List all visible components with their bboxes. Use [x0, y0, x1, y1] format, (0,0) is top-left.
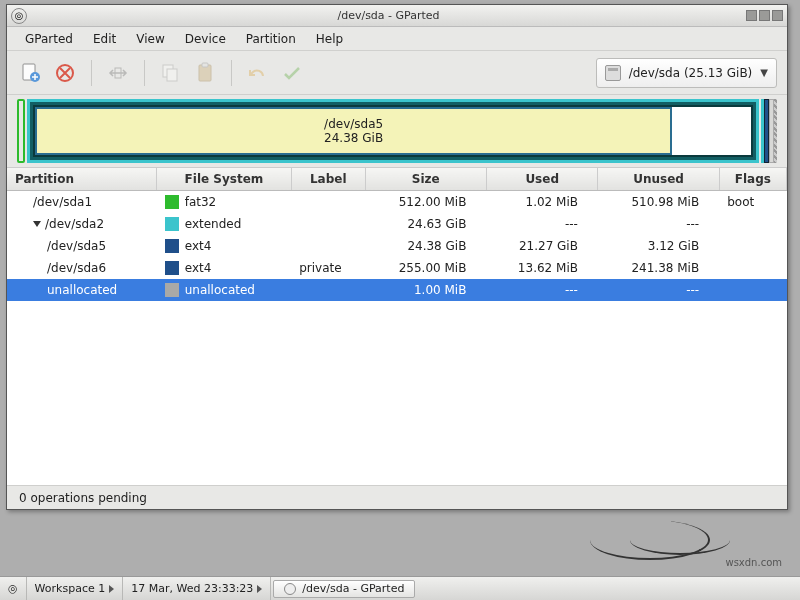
cell-filesystem: ext4: [157, 235, 292, 257]
col-label[interactable]: Label: [291, 168, 365, 191]
workspace-switcher[interactable]: Workspace 1: [27, 577, 124, 600]
new-partition-button[interactable]: [17, 59, 45, 87]
undo-icon: [247, 62, 269, 84]
resize-move-button[interactable]: [104, 59, 132, 87]
menu-edit[interactable]: Edit: [83, 29, 126, 49]
close-button[interactable]: [772, 10, 783, 21]
app-icon: [284, 583, 296, 595]
cell-filesystem: unallocated: [157, 279, 292, 301]
document-new-icon: [20, 62, 42, 84]
separator: [91, 60, 92, 86]
partition-graph-sda5[interactable]: /dev/sda5 24.38 GiB: [35, 107, 672, 155]
cell-label: [291, 213, 365, 235]
resize-icon: [107, 62, 129, 84]
partition-table: Partition File System Label Size Used Un…: [7, 167, 787, 485]
copy-button[interactable]: [157, 59, 185, 87]
table-row[interactable]: /dev/sda5ext424.38 GiB21.27 GiB3.12 GiB: [7, 235, 787, 257]
cell-used: ---: [486, 213, 598, 235]
menu-gparted[interactable]: GParted: [15, 29, 83, 49]
clock[interactable]: 17 Mar, Wed 23:33:23: [123, 577, 271, 600]
col-partition[interactable]: Partition: [7, 168, 157, 191]
partition-graph-free[interactable]: [672, 107, 751, 155]
separator: [144, 60, 145, 86]
partition-graph-sda1[interactable]: [17, 99, 25, 163]
menu-help[interactable]: Help: [306, 29, 353, 49]
titlebar[interactable]: ◎ /dev/sda - GParted: [7, 5, 787, 27]
cell-used: ---: [486, 279, 598, 301]
copy-icon: [160, 62, 182, 84]
cell-filesystem: fat32: [157, 191, 292, 213]
wallpaper-swirl: [630, 525, 730, 555]
cell-size: 512.00 MiB: [365, 191, 486, 213]
start-menu-button[interactable]: ◎: [0, 577, 27, 600]
statusbar-text: 0 operations pending: [19, 491, 147, 505]
fs-name: ext4: [185, 239, 212, 253]
cell-partition: /dev/sda2: [7, 213, 157, 235]
col-size[interactable]: Size: [365, 168, 486, 191]
table-row[interactable]: unallocatedunallocated1.00 MiB------: [7, 279, 787, 301]
apply-icon: [281, 62, 303, 84]
cell-label: [291, 279, 365, 301]
partition-graph-main-label: /dev/sda5: [324, 117, 383, 131]
partition-graph-sda2[interactable]: /dev/sda5 24.38 GiB: [27, 99, 759, 163]
toolbar: /dev/sda (25.13 GiB) ▼: [7, 51, 787, 95]
cell-unused: ---: [598, 279, 719, 301]
cell-unused: 3.12 GiB: [598, 235, 719, 257]
chevron-right-icon: [257, 585, 262, 593]
expander-icon[interactable]: [33, 221, 41, 227]
delete-partition-button[interactable]: [51, 59, 79, 87]
menu-partition[interactable]: Partition: [236, 29, 306, 49]
cell-size: 1.00 MiB: [365, 279, 486, 301]
gparted-window: ◎ /dev/sda - GParted GParted Edit View D…: [6, 4, 788, 510]
partition-graph-tail[interactable]: [761, 99, 777, 163]
cell-partition: /dev/sda6: [7, 257, 157, 279]
fs-name: unallocated: [185, 283, 255, 297]
partition-graph[interactable]: /dev/sda5 24.38 GiB: [7, 95, 787, 167]
taskbar-task-label: /dev/sda - GParted: [302, 582, 404, 595]
apply-button[interactable]: [278, 59, 306, 87]
cell-unused: 510.98 MiB: [598, 191, 719, 213]
disk-icon: [605, 65, 621, 81]
table-row[interactable]: /dev/sda1fat32512.00 MiB1.02 MiB510.98 M…: [7, 191, 787, 213]
cell-label: private: [291, 257, 365, 279]
debian-icon: ◎: [8, 582, 18, 595]
table-row[interactable]: /dev/sda2extended24.63 GiB------: [7, 213, 787, 235]
cell-used: 1.02 MiB: [486, 191, 598, 213]
undo-button[interactable]: [244, 59, 272, 87]
workspace-label: Workspace 1: [35, 582, 106, 595]
col-unused[interactable]: Unused: [598, 168, 719, 191]
device-selector[interactable]: /dev/sda (25.13 GiB) ▼: [596, 58, 777, 88]
taskbar-task-gparted[interactable]: /dev/sda - GParted: [273, 580, 415, 598]
maximize-button[interactable]: [759, 10, 770, 21]
menubar: GParted Edit View Device Partition Help: [7, 27, 787, 51]
col-filesystem[interactable]: File System: [157, 168, 292, 191]
fs-color-swatch: [165, 261, 179, 275]
fs-name: ext4: [185, 261, 212, 275]
fs-color-swatch: [165, 217, 179, 231]
delete-icon: [54, 62, 76, 84]
cell-flags: [719, 257, 786, 279]
clock-text: 17 Mar, Wed 23:33:23: [131, 582, 253, 595]
col-flags[interactable]: Flags: [719, 168, 786, 191]
fs-name: extended: [185, 217, 242, 231]
table-row[interactable]: /dev/sda6ext4private255.00 MiB13.62 MiB2…: [7, 257, 787, 279]
paste-icon: [194, 62, 216, 84]
table-header-row: Partition File System Label Size Used Un…: [7, 168, 787, 191]
menu-view[interactable]: View: [126, 29, 174, 49]
minimize-button[interactable]: [746, 10, 757, 21]
cell-size: 24.38 GiB: [365, 235, 486, 257]
cell-used: 13.62 MiB: [486, 257, 598, 279]
cell-flags: [719, 213, 786, 235]
paste-button[interactable]: [191, 59, 219, 87]
fs-color-swatch: [165, 195, 179, 209]
cell-size: 255.00 MiB: [365, 257, 486, 279]
chevron-down-icon: ▼: [760, 67, 768, 78]
svg-rect-7: [202, 63, 208, 67]
cell-flags: [719, 235, 786, 257]
col-used[interactable]: Used: [486, 168, 598, 191]
cell-label: [291, 191, 365, 213]
chevron-right-icon: [109, 585, 114, 593]
cell-unused: ---: [598, 213, 719, 235]
menu-device[interactable]: Device: [175, 29, 236, 49]
device-selector-label: /dev/sda (25.13 GiB): [629, 66, 753, 80]
